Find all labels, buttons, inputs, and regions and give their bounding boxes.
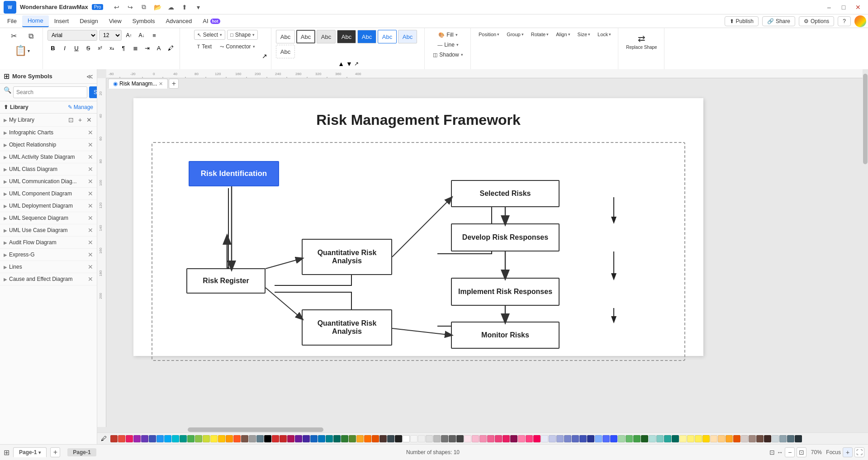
indent-btn[interactable]: ⇥ <box>142 43 152 53</box>
close-icon[interactable]: ✕ <box>88 263 93 270</box>
color-swatch-red2[interactable] <box>118 435 125 442</box>
color-swatch-x16[interactable] <box>733 435 740 442</box>
text-tool-btn[interactable]: T Text <box>194 42 215 52</box>
cloud-btn[interactable]: ☁ <box>165 2 177 12</box>
font-grow-btn[interactable]: A↑ <box>123 30 134 41</box>
color-swatch-deep-orange[interactable] <box>233 435 241 442</box>
close-icon[interactable]: ✕ <box>88 227 93 234</box>
color-swatch-x14[interactable] <box>718 435 725 442</box>
size-btn[interactable]: Size▾ <box>574 30 593 39</box>
color-swatch-d12[interactable] <box>356 435 364 442</box>
menu-design[interactable]: Design <box>74 15 103 27</box>
color-swatch-d2[interactable] <box>280 435 287 442</box>
color-swatch-d5[interactable] <box>303 435 310 442</box>
library-item-uml-usecase[interactable]: ▶ UML Use Case Diagram ✕ <box>0 224 97 237</box>
more-btn[interactable]: ▾ <box>192 2 204 12</box>
lock-btn[interactable]: Lock▾ <box>594 30 614 39</box>
open-btn[interactable]: 📂 <box>151 2 164 12</box>
quantitative-1-node[interactable]: Quantitative Risk Analysis <box>302 239 392 275</box>
develop-responses-node[interactable]: Develop Risk Responses <box>451 223 560 251</box>
menu-file[interactable]: File <box>2 15 22 27</box>
duplicate-btn[interactable]: ⧉ <box>138 2 150 12</box>
zoom-out-btn[interactable]: − <box>785 447 795 457</box>
color-swatch-x8[interactable] <box>672 435 679 442</box>
rotate-btn[interactable]: Rotate▾ <box>528 30 552 39</box>
monitor-risks-node[interactable]: Monitor Risks <box>451 322 560 349</box>
close-icon[interactable]: ✕ <box>88 202 93 209</box>
color-swatch-ee[interactable] <box>418 435 425 442</box>
canvas-content[interactable]: ◉ Risk Managm... ✕ + Risk Management Fra… <box>106 78 868 444</box>
replace-shape-btn[interactable]: ⇄ Replace Shape <box>623 30 660 52</box>
color-swatch-grey[interactable] <box>249 435 256 442</box>
color-swatch-x9[interactable] <box>679 435 687 442</box>
color-swatch-x6[interactable] <box>656 435 664 442</box>
color-swatch-teal[interactable] <box>180 435 187 442</box>
publish-btn[interactable]: ⬆ Publish <box>725 16 759 26</box>
library-item-object[interactable]: ▶ Object Relationship ✕ <box>0 139 97 151</box>
color-swatch-b7[interactable] <box>587 435 594 442</box>
color-swatch-orange[interactable] <box>226 435 233 442</box>
color-swatch-b1[interactable] <box>541 435 548 442</box>
color-swatch-d7[interactable] <box>318 435 325 442</box>
add-doc-tab[interactable]: + <box>169 79 179 89</box>
color-swatch-x3[interactable] <box>633 435 640 442</box>
add-lib-btn[interactable]: + <box>76 116 84 124</box>
minimize-btn[interactable]: – <box>823 2 835 12</box>
risk-identification-node[interactable]: Risk Identification <box>189 161 279 186</box>
library-item-uml-class[interactable]: ▶ UML Class Diagram ✕ <box>0 163 97 175</box>
color-swatch-f5[interactable] <box>410 435 417 442</box>
close-icon[interactable]: ✕ <box>88 275 93 283</box>
color-swatch-p4[interactable] <box>487 435 494 442</box>
color-swatch-x17[interactable] <box>741 435 748 442</box>
color-swatch-e0[interactable] <box>426 435 433 442</box>
color-swatch-75[interactable] <box>441 435 448 442</box>
align-btn2[interactable]: Align▾ <box>553 30 573 39</box>
color-swatch-b9[interactable] <box>602 435 610 442</box>
style-box-8[interactable]: Abc <box>276 45 295 58</box>
shadow-btn[interactable]: ◫ Shadow ▾ <box>430 50 466 60</box>
connector-tool-btn[interactable]: ⤳ Connector ▾ <box>217 42 258 52</box>
style-box-2[interactable]: Abc <box>296 30 315 43</box>
style-box-6[interactable]: Abc <box>378 30 397 43</box>
style-box-7[interactable]: Abc <box>398 30 417 43</box>
color-swatch-d11[interactable] <box>349 435 356 442</box>
styles-down-arrow[interactable]: ▼ <box>346 60 352 67</box>
color-swatch-d3[interactable] <box>287 435 294 442</box>
page-tab[interactable]: Page-1 ▾ <box>13 447 47 457</box>
color-swatch-indigo[interactable] <box>149 435 156 442</box>
close-icon[interactable]: ✕ <box>88 166 93 173</box>
color-swatch-x13[interactable] <box>710 435 717 442</box>
color-swatch-d10[interactable] <box>341 435 348 442</box>
position-btn[interactable]: Position▾ <box>475 30 503 39</box>
color-swatch-x15[interactable] <box>726 435 733 442</box>
color-swatch-x2[interactable] <box>626 435 633 442</box>
font-color-btn[interactable]: A <box>153 43 164 53</box>
color-swatch-x4[interactable] <box>641 435 648 442</box>
current-doc-tab[interactable]: ◉ Risk Managm... ✕ <box>108 79 168 89</box>
library-item-express-g[interactable]: ▶ Express-G ✕ <box>0 249 97 261</box>
color-swatch-p5[interactable] <box>495 435 502 442</box>
focus-label[interactable]: Focus <box>826 449 841 455</box>
close-icon[interactable]: ✕ <box>88 129 93 136</box>
color-swatch-light-green[interactable] <box>195 435 202 442</box>
align-btn[interactable]: ≡ <box>149 30 160 41</box>
color-swatch-x5[interactable] <box>649 435 656 442</box>
color-swatch-d6[interactable] <box>310 435 318 442</box>
close-icon[interactable]: ✕ <box>88 153 93 161</box>
selected-risks-node[interactable]: Selected Risks <box>451 180 560 207</box>
color-swatch-p9[interactable] <box>526 435 533 442</box>
library-item-audit[interactable]: ▶ Audit Flow Diagram ✕ <box>0 237 97 249</box>
color-swatch-61[interactable] <box>449 435 456 442</box>
style-box-1[interactable]: Abc <box>276 30 295 43</box>
font-shrink-btn[interactable]: A↓ <box>136 30 147 41</box>
color-swatch-deep-purple[interactable] <box>141 435 148 442</box>
quantitative-2-node[interactable]: Quantitative Risk Analysis <box>302 309 392 346</box>
color-swatch-42[interactable] <box>456 435 464 442</box>
library-item-uml-activity[interactable]: ▶ UML Activity State Diagram ✕ <box>0 151 97 163</box>
library-item-uml-component[interactable]: ▶ UML Component Diagram ✕ <box>0 188 97 200</box>
strikethrough-btn[interactable]: S <box>83 43 94 53</box>
shape-tool-btn[interactable]: □ Shape ▾ <box>227 30 258 40</box>
color-swatch-x11[interactable] <box>695 435 702 442</box>
superscript-btn[interactable]: x² <box>95 43 105 53</box>
color-swatch-x19[interactable] <box>756 435 764 442</box>
